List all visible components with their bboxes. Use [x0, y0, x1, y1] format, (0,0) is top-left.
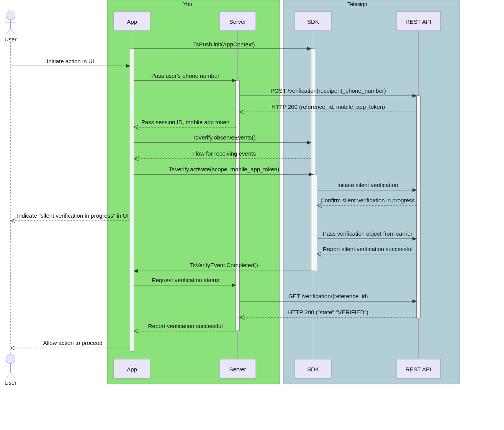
svg-point-0: [6, 11, 15, 20]
sequence-diagram: You Telesign User App Server SDK REST AP…: [0, 0, 504, 430]
actor-user-top: User: [5, 11, 17, 43]
msg-17-label: GET /verification/{reference_id}: [288, 293, 368, 299]
group-telesign-label: Telesign: [347, 1, 367, 7]
msg-4-label: POST /verification(receipent_phone_numbe…: [270, 87, 386, 94]
msg-2-label: Initiate action in UI: [47, 58, 94, 64]
svg-line-3: [6, 29, 11, 34]
group-telesign-box: [283, 0, 460, 384]
msg-14-label: Report silent verification successful: [323, 246, 412, 252]
participant-app-label-top: App: [127, 18, 137, 25]
group-you-label: You: [183, 1, 192, 7]
activation-server: [236, 80, 240, 331]
activation-sdk-inner: [313, 174, 317, 271]
svg-point-5: [6, 355, 15, 364]
activation-app: [130, 49, 134, 351]
participant-server-label-top: Server: [229, 18, 246, 25]
svg-line-4: [11, 29, 16, 34]
msg-13-label: Pass verification object from carrier: [323, 230, 412, 237]
participant-restapi-label-top: REST API: [406, 18, 431, 25]
msg-9-label: TsVerify.activate(scope, mobile_app_toke…: [169, 166, 279, 172]
msg-5-label: HTTP 200 (reference_id, mobile_app_token…: [272, 103, 385, 110]
participant-sdk-label-bottom: SDK: [307, 366, 319, 373]
msg-7-label: TsVerify.observeEvents(): [193, 134, 256, 141]
msg-10-label: Initiate silent verification: [337, 182, 398, 188]
msg-18-label: HTTP 200 ("state":"VERIFIED"): [288, 309, 368, 315]
participant-app-label-bottom: App: [127, 366, 137, 373]
actor-user-label-bottom: User: [5, 379, 17, 386]
participant-sdk-label-top: SDK: [307, 18, 319, 25]
msg-1-label: TsPush.init(AppContext): [193, 41, 255, 48]
actor-user-bottom: User: [5, 355, 17, 386]
msg-11-label: Confirm silent verification in progress: [321, 197, 415, 204]
participant-restapi-label-bottom: REST API: [406, 366, 431, 373]
msg-19-label: Report verification successful: [148, 323, 223, 329]
actor-user-label: User: [5, 36, 17, 43]
msg-8-label: Flow for receiving events: [192, 150, 256, 157]
svg-line-8: [6, 373, 11, 378]
activation-restapi: [417, 96, 421, 318]
msg-12-label: Indicate "silent verification in progres…: [17, 212, 129, 219]
msg-20-label: Allow action to proceed: [43, 340, 102, 346]
msg-3-label: Pass user's phone number: [151, 72, 219, 79]
msg-16-label: Request verification status: [152, 277, 219, 283]
msg-15-label: TsVerifyEvent.Completed(): [190, 262, 258, 268]
msg-6-label: Pass session ID, mobile app token: [141, 119, 229, 125]
svg-line-9: [11, 373, 16, 378]
participant-server-label-bottom: Server: [229, 366, 246, 373]
